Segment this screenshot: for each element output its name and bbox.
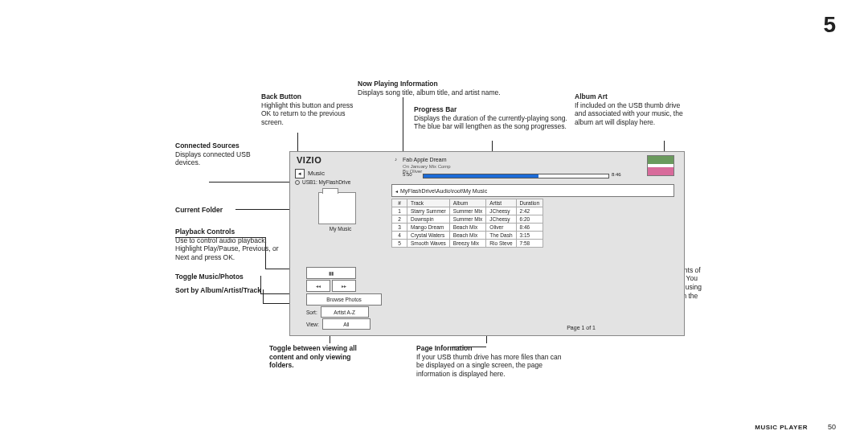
table-cell: Summer Mix xyxy=(449,215,485,224)
ann-now-playing: Now Playing InformationDisplays song tit… xyxy=(358,80,559,96)
table-cell: The Dash xyxy=(486,232,516,240)
page-number: 50 xyxy=(828,423,836,431)
ann-progress-bar: Progress BarDisplays the duration of the… xyxy=(414,105,575,131)
ann-sources: Connected SourcesDisplays connected USB … xyxy=(175,142,264,167)
table-cell: Downspin xyxy=(407,215,450,224)
path-bar[interactable]: ◂ MyFlashDrive\Audio\root\My Music xyxy=(391,184,674,197)
ann-playback: Playback ControlsUse to control audio pl… xyxy=(175,228,280,262)
chapter-number: 5 xyxy=(823,12,836,38)
next-button[interactable]: ▸▸ xyxy=(332,280,356,292)
table-cell: Rio Steve xyxy=(486,240,516,248)
ann-page-info: Page InformationIf your USB thumb drive … xyxy=(416,344,569,379)
view-label: View: xyxy=(306,322,319,327)
browse-photos-button[interactable]: Browse Photos xyxy=(306,293,382,306)
music-player-screen: VIZIO ◂ Music USB1: MyFlashDrive My Musi… xyxy=(289,151,685,336)
table-cell: 2 xyxy=(392,215,407,224)
prev-button[interactable]: ◂◂ xyxy=(306,280,330,292)
footer-label: MUSIC PLAYER xyxy=(755,424,808,431)
time-elapsed: 5:50 xyxy=(403,172,412,177)
table-cell: Smooth Waves xyxy=(407,240,450,248)
column-header[interactable]: # xyxy=(392,199,407,207)
breadcrumb: Music xyxy=(308,170,325,177)
sort-label: Sort: xyxy=(306,310,317,315)
table-cell: 3 xyxy=(392,224,407,232)
brand-logo: VIZIO xyxy=(297,155,321,165)
table-cell: 3:15 xyxy=(516,232,543,240)
table-cell: 8:46 xyxy=(516,224,543,232)
play-pause-button[interactable]: ▮▮ xyxy=(306,267,356,279)
table-cell: 2:42 xyxy=(516,207,543,215)
table-cell: JCheesy xyxy=(486,215,516,224)
playback-controls: ▮▮ xyxy=(306,267,356,279)
table-row[interactable]: 1Starry SummerSummer MixJCheesy2:42 xyxy=(392,207,543,215)
table-cell: Crystal Waters xyxy=(407,232,450,240)
progress-bar[interactable] xyxy=(423,174,609,178)
time-total: 8:46 xyxy=(612,172,621,177)
table-cell: Beach Mix xyxy=(449,224,485,232)
current-folder-label: My Music xyxy=(318,226,362,232)
ann-toggle-view: Toggle between viewing all content and o… xyxy=(269,344,366,370)
column-header[interactable]: Track xyxy=(407,199,450,207)
connected-source[interactable]: USB1: MyFlashDrive xyxy=(295,179,350,185)
table-cell: Mango Dream xyxy=(407,224,450,232)
column-header[interactable]: Artist xyxy=(486,199,516,207)
tracks-table: #TrackAlbumArtistDuration 1Starry Summer… xyxy=(391,199,543,248)
ann-back-button: Back ButtonHighlight this button and pre… xyxy=(261,92,358,127)
view-value[interactable]: All xyxy=(322,318,371,330)
table-cell: Beach Mix xyxy=(449,232,485,240)
table-row[interactable]: 3Mango DreamBeach MixOliver8:46 xyxy=(392,224,543,232)
table-row[interactable]: 5Smooth WavesBreezy MixRio Steve7:58 xyxy=(392,240,543,248)
now-playing-title: Fab Apple Dream xyxy=(403,157,446,162)
back-button[interactable]: ◂ xyxy=(295,169,305,178)
table-cell: Breezy Mix xyxy=(449,240,485,248)
ann-toggle-mp: Toggle Music/Photos xyxy=(175,273,280,281)
table-cell: 7:58 xyxy=(516,240,543,248)
table-cell: Starry Summer xyxy=(407,207,450,215)
music-note-icon: ♪ xyxy=(395,157,397,162)
column-header[interactable]: Album xyxy=(449,199,485,207)
page-info: Page 1 of 1 xyxy=(567,325,596,330)
table-cell: 4 xyxy=(392,232,407,240)
table-cell: 1 xyxy=(392,207,407,215)
ann-current-folder: Current Folder xyxy=(175,206,264,215)
table-cell: JCheesy xyxy=(486,207,516,215)
current-folder-icon[interactable] xyxy=(318,192,356,224)
column-header[interactable]: Duration xyxy=(516,199,543,207)
table-cell: 5 xyxy=(392,240,407,248)
sort-value[interactable]: Artist A-Z xyxy=(321,306,369,318)
table-cell: 6:20 xyxy=(516,215,543,224)
table-row[interactable]: 4Crystal WatersBeach MixThe Dash3:15 xyxy=(392,232,543,240)
ann-album-art: Album ArtIf included on the USB thumb dr… xyxy=(575,92,687,127)
path-back-icon[interactable]: ◂ xyxy=(395,188,398,194)
usb-icon xyxy=(295,180,300,185)
table-cell: Oliver xyxy=(486,224,516,232)
table-row[interactable]: 2DownspinSummer MixJCheesy6:20 xyxy=(392,215,543,224)
album-art xyxy=(647,155,674,176)
table-cell: Summer Mix xyxy=(449,207,485,215)
